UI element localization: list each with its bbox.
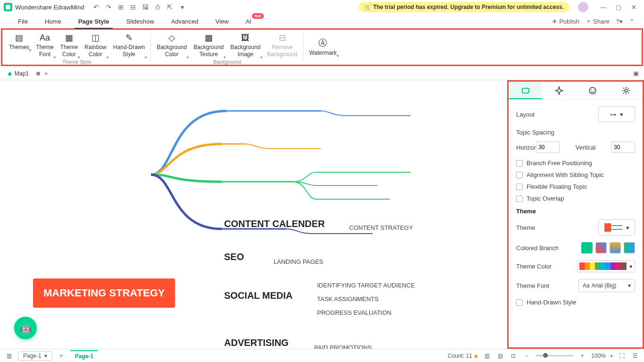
toggle-panel-button[interactable]: ▣ xyxy=(632,69,640,78)
bg-texture-label: Background Texture xyxy=(193,44,224,58)
branch-free-checkbox[interactable] xyxy=(516,160,523,167)
print-button[interactable]: ⎙ xyxy=(153,2,162,12)
collapse-ribbon-button[interactable]: ⌃ xyxy=(629,18,635,25)
undo-button[interactable]: ↶ xyxy=(92,2,101,12)
zoom-in-button[interactable]: + xyxy=(578,352,586,360)
hand-drawn-checkbox[interactable] xyxy=(516,299,523,306)
zoom-out-button[interactable]: − xyxy=(522,352,531,360)
sub-content-strategy[interactable]: CONTENT STRATEGY xyxy=(349,224,413,231)
menu-ai[interactable]: AIHot xyxy=(237,15,259,28)
themes-button[interactable]: ▤Themes▾ xyxy=(6,32,32,52)
overlap-checkbox[interactable] xyxy=(516,195,523,202)
menu-advanced[interactable]: Advanced xyxy=(163,15,207,28)
sub-paid-promotions[interactable]: PAID PROMOTIONS xyxy=(314,344,372,349)
sub-task-assignments[interactable]: TASK ASSIGNMENTS xyxy=(317,295,379,303)
layout-dropdown[interactable]: ⊶▾ xyxy=(598,106,635,122)
add-page-button[interactable]: + xyxy=(57,352,66,360)
sp-tab-icons[interactable] xyxy=(576,82,609,99)
flex-float-checkbox[interactable] xyxy=(516,184,523,190)
view-mode-1[interactable]: ▥ xyxy=(483,352,491,360)
share-button[interactable]: ⚬ Share xyxy=(586,18,610,25)
overlap-label: Topic Overlap xyxy=(527,195,564,202)
align-sibling-label: Alignment With Sibling Topic xyxy=(527,171,604,178)
font-icon: Aa xyxy=(40,33,50,43)
branch-content-calendar[interactable]: CONTENT CALENDER xyxy=(224,219,325,229)
menu-slideshow[interactable]: Slideshow xyxy=(117,15,162,28)
sp-tab-style[interactable] xyxy=(542,82,576,99)
theme-font-value: Arial (Big) xyxy=(592,282,617,289)
theme-dropdown[interactable]: ▾ xyxy=(598,219,635,236)
mindmap-connectors xyxy=(0,80,507,349)
minimize-button[interactable]: — xyxy=(597,2,610,12)
rainbow-color-label: Rainbow Color xyxy=(84,44,107,58)
chevron-down-icon: ▾ xyxy=(626,224,629,231)
add-tab-button[interactable]: + xyxy=(44,69,48,78)
menu-home[interactable]: Home xyxy=(36,15,70,28)
new-button[interactable]: ⊞ xyxy=(116,2,125,12)
cb-option-4[interactable] xyxy=(624,242,635,253)
menu-view[interactable]: View xyxy=(207,15,237,28)
branch-advertising[interactable]: ADVERTISING xyxy=(224,337,289,348)
settings-button[interactable]: ☰ xyxy=(631,352,639,360)
branch-free-label: Branch Free Positioning xyxy=(527,160,592,167)
trial-banner[interactable]: 🛒 The trial period has expired. Upgrade … xyxy=(359,2,569,12)
cb-option-1[interactable] xyxy=(581,242,593,253)
layout-tab-icon xyxy=(521,86,530,95)
cb-option-3[interactable] xyxy=(610,242,621,253)
page-tab[interactable]: Page-1 xyxy=(70,350,98,362)
rainbow-color-button[interactable]: ◫Rainbow Color▾ xyxy=(82,32,109,59)
side-panel-tabs xyxy=(509,82,643,100)
document-tab[interactable]: ◆Map1 xyxy=(4,68,33,79)
close-button[interactable]: ✕ xyxy=(627,2,640,12)
vertical-input[interactable] xyxy=(611,142,635,153)
theme-style-group-label: Theme Style xyxy=(62,59,92,65)
maximize-button[interactable]: ▢ xyxy=(612,2,625,12)
sp-tab-layout[interactable] xyxy=(509,82,542,99)
sub-target-audience[interactable]: IDENTIFYING TARGET AUDIENCE xyxy=(317,282,415,289)
branch-social-media[interactable]: SOCIAL MEDIA xyxy=(224,290,293,301)
export-button[interactable]: ⇱ xyxy=(165,2,175,12)
theme-font-dropdown[interactable]: AaArial (Big)▾ xyxy=(578,279,635,292)
page-selector-label: Page-1 xyxy=(23,353,42,359)
menu-page-style[interactable]: Page Style xyxy=(70,15,118,28)
ai-assistant-fab[interactable]: 🤖 xyxy=(14,317,37,339)
theme-color-button[interactable]: ▦Theme Color▾ xyxy=(58,32,81,59)
cb-option-2[interactable] xyxy=(595,242,607,253)
zoom-level[interactable]: 100% xyxy=(591,353,606,359)
bg-image-button[interactable]: 🖼Background Image▾ xyxy=(227,32,263,59)
outline-toggle-button[interactable]: ▥ xyxy=(5,352,13,360)
bg-texture-button[interactable]: ▩Background Texture▾ xyxy=(191,32,226,59)
bg-color-button[interactable]: ◇Background Color▾ xyxy=(154,32,190,59)
menu-bar: File Home Page Style Slideshow Advanced … xyxy=(0,14,644,28)
menu-file[interactable]: File xyxy=(9,15,36,28)
colored-branch-label: Colored Branch xyxy=(516,244,559,252)
view-mode-2[interactable]: ▤ xyxy=(496,352,504,360)
align-sibling-checkbox[interactable] xyxy=(516,172,523,178)
zoom-slider[interactable] xyxy=(535,355,573,356)
canvas[interactable]: MARKETING STRATEGY CONTENT CALENDER CONT… xyxy=(0,80,507,349)
sub-landing-pages[interactable]: LANDING PAGES xyxy=(274,258,323,265)
theme-color-dropdown[interactable]: ▾ xyxy=(577,260,635,272)
sp-tab-settings[interactable] xyxy=(609,82,643,99)
open-button[interactable]: ⊟ xyxy=(128,2,138,12)
pencil-icon: ✎ xyxy=(125,33,133,43)
save-button[interactable]: 🖫 xyxy=(141,2,150,12)
fit-page-button[interactable]: ⊡ xyxy=(509,352,518,360)
help-button[interactable]: ?▾ xyxy=(616,18,623,25)
redo-button[interactable]: ↷ xyxy=(104,2,113,12)
svg-point-3 xyxy=(594,89,594,90)
fullscreen-button[interactable]: ⛶ xyxy=(618,352,626,360)
page-selector-dropdown[interactable]: Page-1 ▾ xyxy=(18,351,52,361)
publish-label: Publish xyxy=(559,18,579,25)
publish-button[interactable]: ✈ Publish xyxy=(552,18,579,25)
more-qat-button[interactable]: ▾ xyxy=(177,2,187,12)
central-topic[interactable]: MARKETING STRATEGY xyxy=(33,278,175,308)
sub-progress-eval[interactable]: PROGRESS EVALUATION xyxy=(317,309,392,316)
hand-drawn-button[interactable]: ✎Hand-Drawn Style▾ xyxy=(110,32,148,59)
layout-icon: ⊶ xyxy=(610,111,616,118)
branch-seo[interactable]: SEO xyxy=(224,252,244,262)
watermark-button[interactable]: ⒶWatermark▾ xyxy=(306,37,339,58)
horizontal-input[interactable] xyxy=(536,142,560,153)
user-avatar[interactable] xyxy=(578,2,588,12)
theme-font-button[interactable]: AaTheme Font▾ xyxy=(33,32,56,59)
